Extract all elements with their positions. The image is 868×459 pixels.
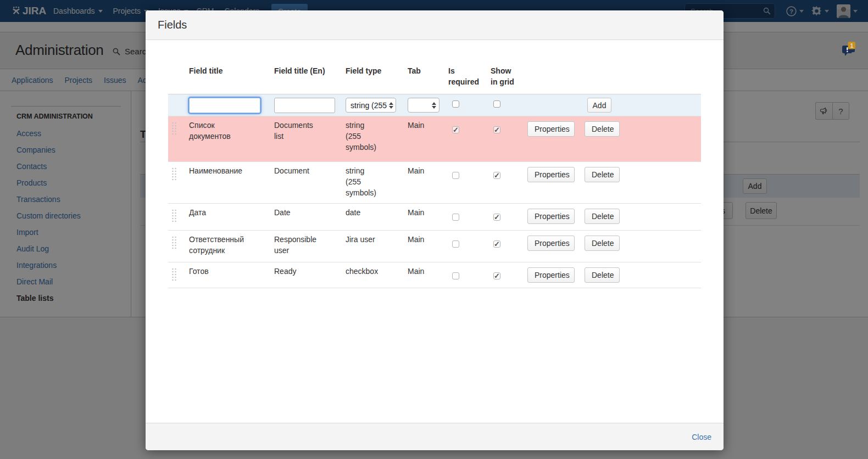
delete-button[interactable]: Delete bbox=[585, 167, 620, 182]
close-dialog-link[interactable]: Close bbox=[692, 433, 711, 441]
cell-tab: Main bbox=[408, 262, 448, 288]
properties-button[interactable]: Properties bbox=[527, 267, 575, 283]
properties-button[interactable]: Properties bbox=[527, 209, 575, 224]
cell-field-title: Готов bbox=[189, 262, 274, 288]
add-field-button[interactable]: Add bbox=[587, 98, 611, 113]
cell-field-type: string (255 symbols) bbox=[346, 116, 408, 162]
col-header-field-title: Field title bbox=[189, 53, 274, 94]
in-grid-checkbox[interactable] bbox=[493, 214, 500, 221]
col-header-field-type: Field type bbox=[346, 53, 408, 94]
fields-table-header-row: Field title Field title (En) Field type … bbox=[168, 53, 701, 94]
cell-field-title-en: Documents list bbox=[274, 116, 346, 162]
properties-button[interactable]: Properties bbox=[527, 121, 575, 137]
field-row-1: Список документовDocuments liststring (2… bbox=[168, 116, 701, 162]
properties-button[interactable]: Properties bbox=[527, 167, 575, 182]
in-grid-checkbox[interactable] bbox=[493, 126, 500, 133]
cell-tab: Main bbox=[408, 231, 448, 262]
dialog-body: Field title Field title (En) Field type … bbox=[146, 40, 724, 423]
add-field-row: string (255 Add bbox=[168, 94, 701, 116]
col-header-properties bbox=[526, 53, 583, 94]
notification-badge: 1 bbox=[848, 42, 856, 49]
new-field-tab-select[interactable] bbox=[408, 98, 439, 113]
cell-field-type: string (255 symbols) bbox=[346, 162, 408, 204]
field-row-5: ГотовReadycheckboxMainPropertiesDelete bbox=[168, 262, 701, 288]
fields-table: Field title Field title (En) Field type … bbox=[168, 53, 701, 288]
cell-field-title: Список документов bbox=[189, 116, 274, 162]
in-grid-checkbox[interactable] bbox=[493, 240, 500, 248]
select-spinner-icon bbox=[389, 102, 393, 109]
new-field-title-en-input[interactable] bbox=[274, 98, 335, 113]
cell-field-title: Ответственный сотрудник bbox=[189, 231, 274, 262]
cell-tab: Main bbox=[408, 204, 448, 231]
required-checkbox[interactable] bbox=[452, 240, 459, 248]
delete-button[interactable]: Delete bbox=[585, 121, 620, 137]
cell-field-title-en: Date bbox=[274, 204, 346, 231]
required-checkbox[interactable] bbox=[452, 172, 459, 179]
delete-button[interactable]: Delete bbox=[585, 267, 620, 283]
col-header-show-in-grid: Show in grid bbox=[491, 53, 526, 94]
new-field-required-checkbox[interactable] bbox=[452, 100, 459, 108]
field-type-selected-value: string (255 bbox=[350, 100, 387, 111]
cell-tab: Main bbox=[408, 116, 448, 162]
delete-button[interactable]: Delete bbox=[585, 209, 620, 224]
dialog-title: Fields bbox=[158, 19, 187, 31]
required-checkbox[interactable] bbox=[452, 214, 459, 221]
in-grid-checkbox[interactable] bbox=[493, 172, 500, 179]
col-header-tab: Tab bbox=[408, 53, 448, 94]
drag-handle-icon[interactable] bbox=[171, 167, 177, 184]
field-row-3: ДатаDatedateMainPropertiesDelete bbox=[168, 204, 701, 231]
cell-field-title-en: Document bbox=[274, 162, 346, 204]
fields-dialog: Fields Field title Field title (En) Fiel… bbox=[146, 10, 724, 450]
in-grid-checkbox[interactable] bbox=[493, 272, 500, 279]
select-spinner-icon bbox=[432, 102, 436, 109]
cell-tab: Main bbox=[408, 162, 448, 204]
drag-handle-icon[interactable] bbox=[171, 121, 177, 138]
properties-button[interactable]: Properties bbox=[527, 236, 575, 251]
drag-handle-icon[interactable] bbox=[171, 209, 177, 226]
delete-button[interactable]: Delete bbox=[585, 236, 620, 251]
cell-field-type: Jira user bbox=[346, 231, 408, 262]
col-header-is-required: Is required bbox=[448, 53, 491, 94]
cell-field-title: Дата bbox=[189, 204, 274, 231]
col-header-actions bbox=[583, 53, 701, 94]
cell-field-title-en: Ready bbox=[274, 262, 346, 288]
new-field-type-select[interactable]: string (255 bbox=[346, 98, 396, 113]
notification-count: 1 bbox=[850, 42, 853, 49]
cell-field-type: date bbox=[346, 204, 408, 231]
cell-field-title: Наименование bbox=[189, 162, 274, 204]
col-header-field-title-en: Field title (En) bbox=[274, 53, 346, 94]
new-field-in-grid-checkbox[interactable] bbox=[493, 100, 500, 108]
field-row-4: Ответственный сотрудникResponsible userJ… bbox=[168, 231, 701, 262]
notification-widget[interactable]: 1 bbox=[841, 41, 857, 58]
drag-handle-icon[interactable] bbox=[171, 236, 177, 253]
required-checkbox[interactable] bbox=[452, 126, 459, 133]
cell-field-type: checkbox bbox=[346, 262, 408, 288]
field-row-2: НаименованиеDocumentstring (255 symbols)… bbox=[168, 162, 701, 204]
dialog-header: Fields bbox=[146, 10, 724, 40]
required-checkbox[interactable] bbox=[452, 272, 459, 279]
col-header-handle bbox=[168, 53, 189, 94]
drag-handle-icon[interactable] bbox=[171, 267, 177, 284]
new-field-title-input[interactable] bbox=[189, 98, 260, 113]
dialog-footer: Close bbox=[146, 423, 724, 450]
cell-field-title-en: Responsible user bbox=[274, 231, 346, 262]
